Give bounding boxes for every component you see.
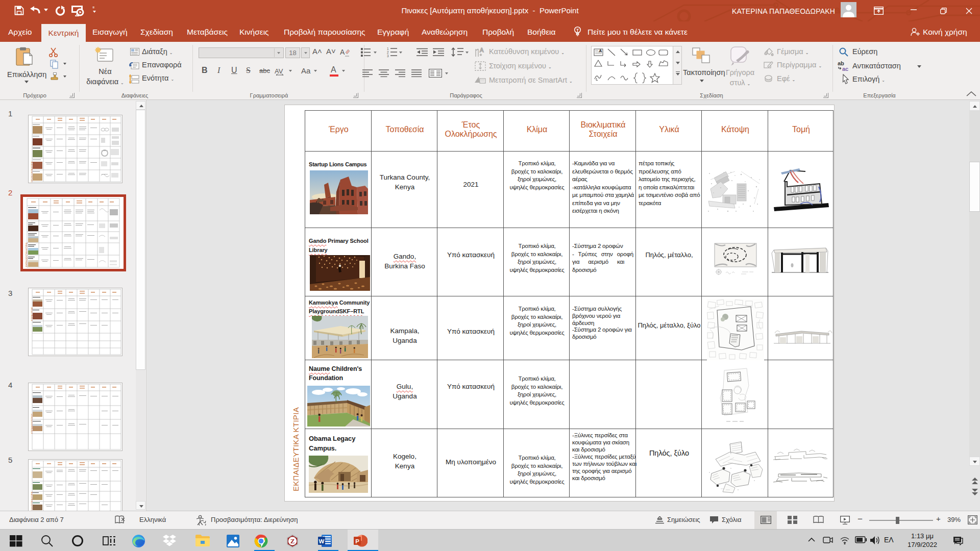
svg-text:ΠΡΩΤΕΥΟΝΤΑ ΚΤΙΡΙΑ: ΠΡΩΤΕΥΟΝΤΑ ΚΤΙΡΙΑ (31, 161, 33, 182)
svg-text:Z: Z (290, 537, 295, 545)
svg-text:ac: ac (842, 66, 848, 71)
svg-text:W: W (319, 538, 325, 544)
svg-text:P: P (355, 538, 359, 544)
svg-text:ΚΤΙΡΙΑ ΑΘΛΗΤΙΣΜΟΥ: ΚΤΙΡΙΑ ΑΘΛΗΤΙΣΜΟΥ (31, 413, 33, 434)
svg-text:A: A (599, 49, 602, 53)
svg-text:ΚΤΙΡΙΑ ΥΓΕΙΑΣ: ΚΤΙΡΙΑ ΥΓΕΙΑΣ (31, 307, 33, 321)
svg-text:3: 3 (387, 54, 389, 58)
svg-text:ΕΚΠΑΙΔΕΥΤΙΚΑ ΚΤΙΡΙΑ: ΕΚΠΑΙΔΕΥΤΙΚΑ ΚΤΙΡΙΑ (26, 242, 28, 267)
svg-text:A: A (480, 47, 484, 53)
svg-text:A: A (340, 48, 345, 56)
svg-text:2: 2 (387, 51, 389, 54)
svg-text:ΠΟΛΙΤΙΣΤΙΚΑ ΚΤΙΡΙΑ: ΠΟΛΙΤΙΣΤΙΚΑ ΚΤΙΡΙΑ (31, 491, 33, 511)
